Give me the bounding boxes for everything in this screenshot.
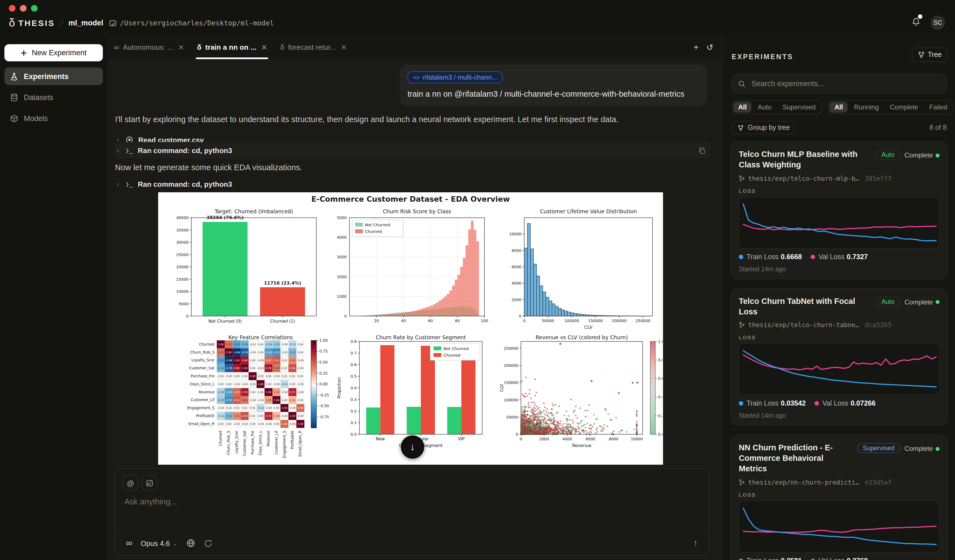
minimize-window-button[interactable] [20, 5, 27, 12]
loop-icon[interactable] [204, 539, 212, 547]
svg-text:-0.79: -0.79 [241, 351, 248, 354]
tool-row-command-1[interactable]: › ❯_ Ran command: cd, python3 [115, 142, 711, 159]
group-by-tree-toggle[interactable]: Group by tree [731, 121, 796, 134]
svg-text:0: 0 [516, 432, 518, 437]
eda-subplot-risk-histogram: Churn Risk Score by Class010002000300040… [327, 207, 492, 336]
svg-text:0.00: 0.00 [297, 343, 303, 346]
app-window: δTHESIS / ml_model /Users/sergiocharles/… [0, 0, 955, 560]
zoom-window-button[interactable] [31, 5, 38, 12]
app-logo: δTHESIS [9, 17, 55, 29]
tab-2[interactable]: δtrain a nn on ...✕ [191, 35, 274, 59]
type-badge: Supervised [857, 443, 900, 453]
svg-text:0.19: 0.19 [274, 414, 280, 418]
experiment-card[interactable]: Telco Churn MLP Baseline with Class Weig… [731, 142, 948, 279]
sidebar-item-datasets[interactable]: Datasets [5, 88, 103, 106]
globe-icon[interactable] [186, 539, 195, 548]
new-experiment-button[interactable]: New Experiment [5, 44, 103, 61]
svg-text:0.53: 0.53 [234, 399, 240, 402]
delta-logo-icon: δ [9, 17, 16, 29]
svg-text:Customer_Lif: Customer_Lif [191, 398, 215, 402]
tree-icon [918, 51, 925, 58]
experiment-repo[interactable]: thesis/exp/nn-churn-predicti…e23d5af [739, 479, 939, 486]
svg-text:0.48: 0.48 [282, 423, 288, 426]
filter-chip-all[interactable]: All [733, 102, 752, 113]
filter-chip-all[interactable]: All [830, 102, 848, 113]
svg-text:Purchase_Fre: Purchase_Fre [250, 431, 255, 454]
val-loss-value: 0.2768 [847, 557, 867, 560]
svg-text:Revenue: Revenue [572, 443, 592, 448]
mention-button[interactable]: @ [123, 475, 138, 491]
filter-chip-failed[interactable]: Failed [924, 102, 952, 113]
type-badge: Auto [876, 150, 900, 160]
branch-icon [739, 322, 745, 329]
composer-input[interactable]: Ask anything... [124, 497, 177, 506]
svg-text:0.00: 0.00 [250, 359, 255, 362]
tab-3[interactable]: δforecast retur...✕ [274, 35, 353, 59]
send-button[interactable]: ↑ [694, 538, 698, 548]
svg-text:Customer_Sat: Customer_Sat [189, 366, 214, 370]
filter-chip-complete[interactable]: Complete [885, 102, 923, 113]
svg-text:0.53: 0.53 [274, 359, 280, 362]
svg-text:Revenue: Revenue [266, 431, 271, 446]
experiment-card[interactable]: Telco Churn TabNet with Focal LossAutoCo… [731, 288, 948, 426]
attach-image-button[interactable] [142, 475, 157, 491]
svg-text:-0.00: -0.00 [225, 374, 232, 377]
history-icon[interactable]: ↺ [706, 42, 713, 52]
dataset-chip[interactable]: <> rifatalam3 / multi-chann... [407, 71, 503, 83]
tree-view-button[interactable]: Tree [912, 47, 948, 62]
model-selector[interactable]: Opus 4.6⌄ [141, 539, 177, 547]
tool-row-command-2[interactable]: › ❯_ Ran command: cd, python3 [115, 176, 711, 192]
svg-text:-0.00: -0.00 [257, 423, 264, 426]
svg-text:Churn Rate by Customer Segment: Churn Rate by Customer Segment [376, 335, 466, 340]
agent-mode-icon[interactable]: ∞ [126, 538, 132, 548]
svg-text:200000: 200000 [504, 363, 518, 368]
sidebar-item-models[interactable]: Models [5, 109, 103, 127]
tab-1[interactable]: ∞Autonomous: ...✕ [107, 35, 191, 59]
scroll-to-bottom-button[interactable]: ↓ [401, 435, 424, 459]
experiment-card-list: Telco Churn MLP Baseline with Class Weig… [731, 142, 948, 560]
project-path[interactable]: /Users/sergiocharles/Desktop/ml-model [109, 19, 274, 27]
close-tab-icon[interactable]: ✕ [341, 44, 347, 51]
svg-text:Churned: Churned [218, 431, 222, 446]
status-badge: Complete [904, 150, 939, 159]
status-badge: Complete [904, 443, 939, 453]
eda-figure-title: E-Commerce Customer Dataset - EDA Overvi… [158, 195, 663, 203]
filter-chip-running[interactable]: Running [849, 102, 884, 113]
experiment-repo[interactable]: thesis/exp/telco-churn-mlp-b…385ef77 [739, 174, 939, 182]
svg-text:-0.00: -0.00 [257, 367, 264, 370]
close-tab-icon[interactable]: ✕ [261, 44, 267, 51]
svg-text:0.47: 0.47 [266, 359, 271, 362]
experiment-card[interactable]: NN Churn Prediction - E-Commerce Behavio… [731, 435, 948, 560]
svg-text:30000: 30000 [176, 240, 189, 245]
sidebar-nav: ExperimentsDatasetsModels [5, 67, 103, 127]
copy-icon[interactable] [698, 147, 706, 154]
svg-text:0.75: 0.75 [319, 349, 328, 353]
svg-text:0.6: 0.6 [658, 376, 662, 381]
close-window-button[interactable] [9, 5, 16, 12]
sidebar-item-experiments[interactable]: Experiments [5, 67, 103, 85]
svg-text:10000: 10000 [509, 232, 521, 236]
status-dot [936, 300, 939, 304]
svg-text:10000: 10000 [176, 289, 189, 294]
experiment-count: 8 of 8 [929, 124, 947, 131]
svg-text:0.0: 0.0 [351, 432, 357, 437]
close-tab-icon[interactable]: ✕ [178, 44, 184, 51]
loss-legend: Train Loss0.03542Val Loss0.07266 [739, 400, 939, 407]
filter-chip-supervised[interactable]: Supervised [778, 102, 820, 113]
svg-text:Profitabilit: Profitabilit [290, 431, 294, 449]
svg-text:0.56: 0.56 [242, 414, 248, 418]
svg-text:0.00: 0.00 [218, 383, 224, 386]
svg-text:20: 20 [374, 318, 379, 323]
repo-path: thesis/exp/nn-churn-predicti… [748, 479, 860, 486]
svg-text:-0.22: -0.22 [218, 399, 224, 402]
search-input[interactable] [750, 79, 940, 88]
filter-chip-auto[interactable]: Auto [753, 102, 777, 113]
avatar[interactable]: SC [931, 16, 945, 30]
notifications-bell-icon[interactable] [911, 17, 921, 28]
new-tab-button[interactable]: + [694, 42, 699, 52]
experiment-repo[interactable]: thesis/exp/telco-churn-tabne…dca5265 [739, 321, 939, 329]
svg-text:-0.00: -0.00 [218, 406, 224, 409]
svg-text:1.00: 1.00 [218, 343, 224, 346]
assistant-text: Now let me generate some quick EDA visua… [115, 163, 701, 172]
loss-section-label: LOSS [739, 492, 939, 498]
